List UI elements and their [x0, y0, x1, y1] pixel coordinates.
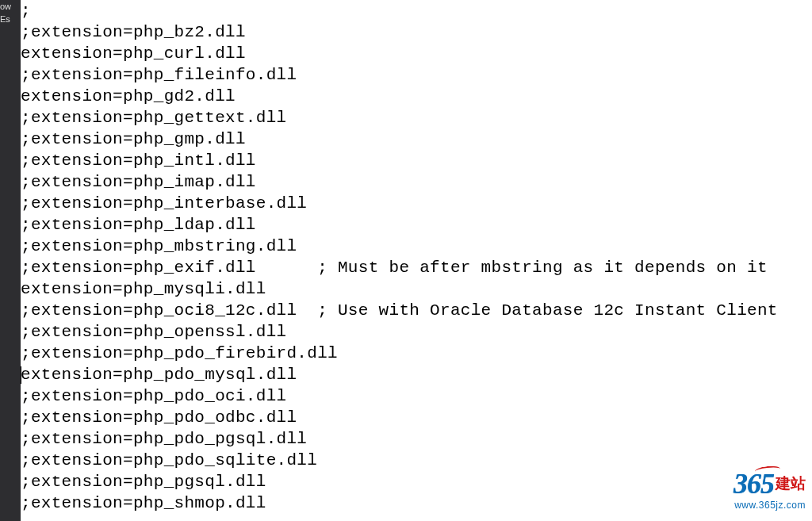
code-line[interactable]: ;extension=php_mbstring.dll: [21, 236, 812, 257]
code-line[interactable]: ;extension=php_bz2.dll: [21, 21, 812, 43]
text-cursor: [21, 366, 21, 384]
code-line[interactable]: extension=php_mysqli.dll: [21, 278, 812, 300]
code-line[interactable]: ;extension=php_pdo_sqlite.dll: [21, 450, 812, 471]
code-line[interactable]: ;extension=php_pdo_pgsql.dll: [21, 428, 812, 450]
sidebar-fragment-2: Es: [0, 13, 11, 25]
code-line[interactable]: ;extension=php_intl.dll: [21, 150, 812, 171]
code-line[interactable]: ;extension=php_exif.dll ; Must be after …: [21, 257, 812, 278]
code-line[interactable]: ;extension=php_gettext.dll: [21, 107, 812, 128]
code-line[interactable]: ;extension=php_pdo_oci.dll: [21, 385, 812, 407]
code-line[interactable]: ;extension=php_openssl.dll: [21, 321, 812, 343]
sidebar-fragment-1: ow: [0, 0, 11, 13]
editor-sidebar: ow Es: [0, 0, 21, 521]
code-line[interactable]: ;extension=php_oci8_12c.dll ; Use with O…: [21, 300, 812, 321]
code-line[interactable]: ;extension=php_ldap.dll: [21, 214, 812, 236]
code-line[interactable]: extension=php_pdo_mysql.dll: [21, 364, 812, 385]
code-line[interactable]: extension=php_curl.dll: [21, 43, 812, 64]
code-line[interactable]: ;: [21, 0, 812, 21]
code-line[interactable]: ;extension=php_imap.dll: [21, 171, 812, 193]
code-line[interactable]: ;extension=php_pgsql.dll: [21, 471, 812, 492]
code-editor[interactable]: ;;extension=php_bz2.dllextension=php_cur…: [21, 0, 812, 521]
code-line[interactable]: ;extension=php_gmp.dll: [21, 128, 812, 150]
code-line[interactable]: ;extension=php_pdo_firebird.dll: [21, 343, 812, 364]
code-line[interactable]: ;extension=php_interbase.dll: [21, 193, 812, 214]
code-line[interactable]: extension=php_gd2.dll: [21, 86, 812, 107]
code-line[interactable]: ;extension=php_shmop.dll: [21, 492, 812, 514]
code-line[interactable]: ;extension=php_fileinfo.dll: [21, 64, 812, 86]
code-line[interactable]: ;extension=php_pdo_odbc.dll: [21, 407, 812, 428]
